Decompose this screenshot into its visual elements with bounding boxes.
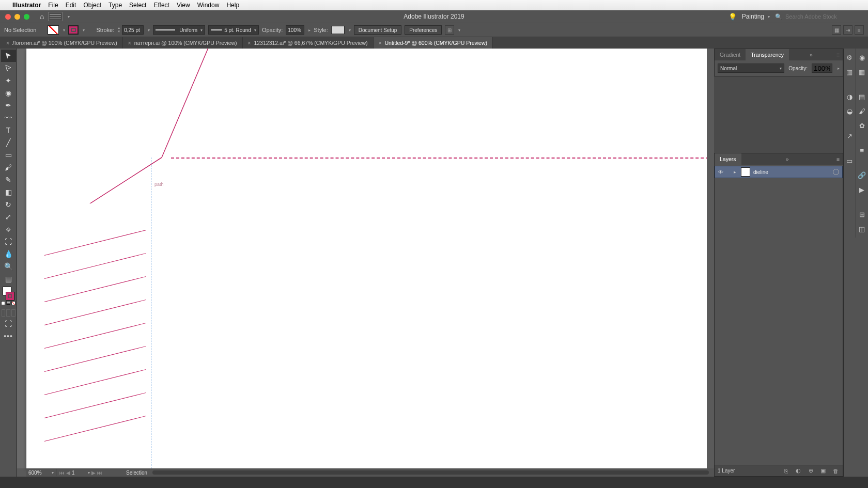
free-transform-tool[interactable]: ⛶ <box>1 235 16 248</box>
rectangle-tool[interactable]: ▭ <box>1 149 16 161</box>
menu-edit[interactable]: Edit <box>66 2 76 9</box>
document-tab[interactable]: ×12312312.ai* @ 66,67% (CMYK/GPU Preview… <box>243 37 374 49</box>
delete-layer-button[interactable]: 🗑 <box>831 467 840 475</box>
shaper-tool[interactable]: ✎ <box>1 174 16 186</box>
panel-tab-layers[interactable]: Layers <box>715 153 741 165</box>
menu-file[interactable]: File <box>48 2 58 9</box>
links-panel-icon[interactable]: 🔗 <box>857 170 866 180</box>
swatches-panel-icon[interactable]: ▤ <box>857 92 866 101</box>
fill-dropdown[interactable]: ▾ <box>63 28 65 33</box>
style-dropdown[interactable]: ▾ <box>349 28 351 33</box>
panel-opacity-input[interactable] <box>812 64 832 73</box>
type-tool[interactable]: T <box>1 124 16 136</box>
artboard-index-input[interactable]: 1 <box>72 470 85 476</box>
align-to-dropdown[interactable]: ▾ <box>458 28 460 33</box>
scale-tool[interactable]: ⤢ <box>1 211 16 223</box>
panel-collapse-button[interactable]: » <box>807 52 816 58</box>
locate-object-button[interactable]: ⎘ <box>782 467 790 475</box>
artboard-dropdown[interactable]: ▾ <box>88 470 90 475</box>
zoom-tool[interactable]: 🔍 <box>1 260 16 273</box>
pen-tool[interactable]: ✒ <box>1 99 16 112</box>
properties-panel-icon[interactable]: ⚙ <box>845 53 854 62</box>
stock-search-input[interactable] <box>785 13 863 20</box>
layer-target-button[interactable] <box>833 169 839 175</box>
appearance-panel-icon[interactable]: ◉ <box>857 53 866 62</box>
symbols-panel-icon[interactable]: ✿ <box>857 121 866 130</box>
panel-menu-button[interactable]: ≡ <box>833 52 843 58</box>
create-layer-button[interactable]: ▣ <box>819 467 827 475</box>
align-panel-icon[interactable]: ⊞ <box>857 210 866 219</box>
stroke-weight-dropdown[interactable]: ▾ <box>148 28 150 33</box>
minimize-window-button[interactable] <box>14 14 20 20</box>
next-artboard-button[interactable]: ▶ <box>91 470 96 476</box>
panel-tab-gradient[interactable]: Gradient <box>715 49 746 60</box>
panel-menu-button[interactable]: ≡ <box>855 25 864 35</box>
pathfinder-panel-icon[interactable]: ◫ <box>857 224 866 233</box>
eraser-tool[interactable]: ◧ <box>1 186 16 198</box>
align-to-button[interactable]: ⊞ <box>445 25 454 35</box>
stroke-dropdown[interactable]: ▾ <box>83 28 85 33</box>
arrange-documents-dropdown[interactable]: ▾ <box>68 14 70 19</box>
stroke-weight-input[interactable] <box>122 25 144 35</box>
color-mode-none[interactable] <box>11 301 16 305</box>
last-artboard-button[interactable]: ⏭ <box>97 470 102 476</box>
stroke-indicator[interactable] <box>6 292 14 301</box>
brushes-panel-icon[interactable]: 🖌 <box>857 106 866 116</box>
layer-visibility-toggle[interactable]: 👁 <box>715 169 726 175</box>
libraries-panel-icon[interactable]: ▥ <box>845 67 854 76</box>
asset-export-panel-icon[interactable]: ↗ <box>845 131 854 140</box>
fill-stroke-indicator[interactable] <box>1 286 16 301</box>
document-tab[interactable]: ×паттерн.ai @ 100% (CMYK/GPU Preview) <box>123 37 243 49</box>
preferences-button[interactable]: Preferences <box>405 25 442 35</box>
line-segment-tool[interactable]: ╱ <box>1 136 16 149</box>
menu-help[interactable]: Help <box>226 2 239 9</box>
eyedropper-tool[interactable]: 💧 <box>1 248 16 260</box>
stroke-weight-stepper[interactable]: ▲▼ <box>117 26 120 34</box>
panel-tab-transparency[interactable]: Transparency <box>746 49 789 60</box>
variable-width-profile-select[interactable]: Uniform▾ <box>153 25 205 35</box>
magic-wand-tool[interactable]: ✦ <box>1 74 16 87</box>
first-artboard-button[interactable]: ⏮ <box>59 470 65 476</box>
make-clipping-mask-button[interactable]: ◐ <box>794 467 802 475</box>
essentials-toggle-1[interactable]: ▦ <box>832 25 841 35</box>
gradient-tool[interactable]: ▤ <box>1 273 16 285</box>
close-tab-icon[interactable]: × <box>6 40 9 46</box>
artboard[interactable]: path <box>26 49 714 468</box>
color-guide-panel-icon[interactable]: ◒ <box>845 106 854 116</box>
zoom-level-select[interactable]: 600%▾ <box>26 469 56 476</box>
layer-row[interactable]: 👁 ▸ dieline <box>715 166 843 178</box>
stroke-swatch[interactable] <box>68 25 79 35</box>
arrange-documents-button[interactable] <box>48 12 63 21</box>
vertical-ruler[interactable] <box>17 49 26 468</box>
screen-mode-button[interactable]: ⛶ <box>1 318 16 330</box>
curvature-tool[interactable]: 〰 <box>1 112 16 124</box>
workspace-switcher[interactable]: Painting ▾ <box>742 13 770 20</box>
panel-opacity-dropdown[interactable]: ▸ <box>838 66 840 71</box>
color-panel-icon[interactable]: ◑ <box>845 92 854 101</box>
graphic-style-swatch[interactable] <box>331 26 345 34</box>
close-tab-icon[interactable]: × <box>128 40 131 46</box>
edit-toolbar-button[interactable]: ••• <box>1 330 16 342</box>
close-tab-icon[interactable]: × <box>248 40 251 46</box>
paintbrush-tool[interactable]: 🖌 <box>1 161 16 174</box>
menu-object[interactable]: Object <box>83 2 101 9</box>
discover-button[interactable]: 💡 <box>729 13 737 21</box>
layer-disclosure-toggle[interactable]: ▸ <box>734 169 741 175</box>
width-tool[interactable]: ⎆ <box>1 223 16 235</box>
prev-artboard-button[interactable]: ◀ <box>66 470 70 476</box>
essentials-toggle-2[interactable]: ⇥ <box>843 25 853 35</box>
stroke-panel-icon[interactable]: ≡ <box>857 146 866 155</box>
direct-selection-tool[interactable] <box>1 62 16 74</box>
rotate-tool[interactable]: ↻ <box>1 198 16 211</box>
app-menu[interactable]: Illustrator <box>12 2 41 9</box>
layer-name[interactable]: dieline <box>753 169 768 175</box>
menu-effect[interactable]: Effect <box>153 2 169 9</box>
menu-select[interactable]: Select <box>129 2 146 9</box>
close-window-button[interactable] <box>5 14 11 20</box>
menu-type[interactable]: Type <box>109 2 122 9</box>
stock-search[interactable]: 🔍 <box>775 13 863 20</box>
actions-panel-icon[interactable]: ▶ <box>857 185 866 194</box>
drawing-modes[interactable] <box>1 308 16 318</box>
document-setup-button[interactable]: Document Setup <box>354 25 402 35</box>
color-mode-gradient[interactable] <box>6 301 10 305</box>
